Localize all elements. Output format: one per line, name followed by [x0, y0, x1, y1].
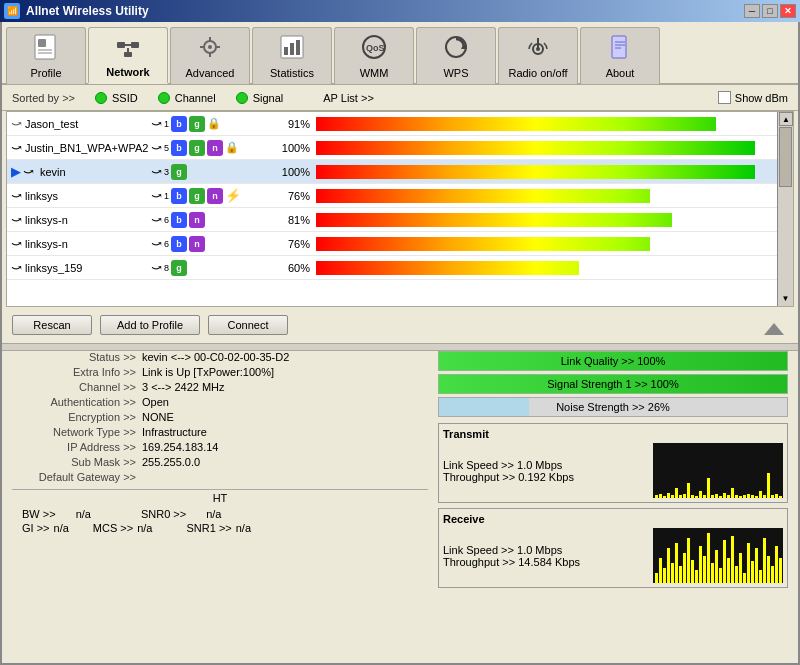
close-button[interactable]: ✕	[780, 4, 796, 18]
band-b-badge: b	[171, 188, 187, 204]
sorted-by-label[interactable]: Sorted by >>	[12, 92, 75, 104]
tx-linkspeed-label: Link Speed >>	[443, 459, 514, 471]
status-row-gateway: Default Gateway >>	[12, 471, 428, 483]
receive-section: Receive Link Speed >> 1.0 Mbps Throughpu…	[438, 508, 788, 588]
tab-about[interactable]: About	[580, 27, 660, 84]
ht-row2: GI >> n/a MCS >> n/a SNR1 >> n/a	[12, 522, 428, 534]
scroll-indicator	[764, 315, 788, 335]
band-n-badge: n	[189, 236, 205, 252]
snr0-value: n/a	[206, 508, 221, 520]
band-n-badge: n	[207, 188, 223, 204]
tab-profile[interactable]: Profile	[6, 27, 86, 84]
svg-rect-35	[671, 495, 674, 498]
signal-radio	[236, 92, 248, 104]
rx-linkspeed-label: Link Speed >>	[443, 544, 514, 556]
svg-rect-43	[703, 495, 706, 498]
ssid-cell: ⤻ linksys	[11, 188, 151, 203]
signal-pct-cell: 76%	[271, 238, 316, 250]
signal-bar-cell	[316, 213, 755, 227]
svg-rect-36	[675, 488, 678, 498]
svg-rect-93	[771, 566, 774, 583]
lock-icon: 🔒	[207, 117, 221, 130]
tab-network[interactable]: Network	[88, 27, 168, 84]
tab-wmm[interactable]: QoS WMM	[334, 27, 414, 84]
rx-linkspeed-value: 1.0 Mbps	[517, 544, 562, 556]
transmit-throughput-row: Throughput >> 0.192 Kbps	[443, 471, 647, 483]
band-b-badge: b	[171, 116, 187, 132]
band-g-badge: g	[171, 260, 187, 276]
snr0-label: SNR0 >>	[141, 508, 186, 520]
show-dbm-container[interactable]: Show dBm	[718, 91, 788, 104]
status-row-enc: Encryption >> NONE	[12, 411, 428, 423]
scroll-up-arrow[interactable]: ▲	[779, 112, 793, 126]
ssid-radio	[95, 92, 107, 104]
svg-rect-70	[679, 566, 682, 583]
channel-cell: ⤻ 3 g	[151, 164, 271, 180]
transmit-section: Transmit Link Speed >> 1.0 Mbps Throughp…	[438, 423, 788, 503]
minimize-button[interactable]: ─	[744, 4, 760, 18]
connect-button[interactable]: Connect	[208, 315, 288, 335]
network-row-selected[interactable]: ▶ ⤻ kevin ⤻ 3 g 100%	[7, 160, 777, 184]
filter-ssid[interactable]: SSID	[95, 92, 138, 104]
show-dbm-checkbox[interactable]	[718, 91, 731, 104]
svg-rect-62	[779, 496, 782, 498]
wps-tab-icon	[442, 33, 470, 65]
tab-radioonoff[interactable]: Radio on/off	[498, 27, 578, 84]
svg-rect-33	[663, 496, 666, 498]
svg-rect-91	[763, 538, 766, 583]
transmit-chart: Max 1.536 Kbps	[653, 443, 783, 498]
status-value: kevin <--> 00-C0-02-00-35-D2	[142, 351, 289, 363]
tx-chart-svg	[653, 443, 783, 498]
table-scrollbar[interactable]: ▲ ▼	[777, 112, 793, 306]
svg-rect-68	[671, 563, 674, 583]
channel-cell: ⤻ 6 b n	[151, 212, 271, 228]
noise-strength-label: Noise Strength >> 26%	[556, 401, 670, 413]
svg-rect-87	[747, 543, 750, 583]
svg-rect-7	[124, 52, 132, 57]
gi-label: GI >>	[22, 522, 50, 534]
scroll-thumb[interactable]	[779, 127, 792, 187]
tab-statistics[interactable]: Statistics	[252, 27, 332, 84]
add-to-profile-button[interactable]: Add to Profile	[100, 315, 200, 335]
show-dbm-label: Show dBm	[735, 92, 788, 104]
snr1-value: n/a	[236, 522, 251, 534]
filter-signal[interactable]: Signal	[236, 92, 284, 104]
svg-rect-57	[759, 491, 762, 498]
tab-wps[interactable]: WPS	[416, 27, 496, 84]
network-row[interactable]: ⤻ linksys_159 ⤻ 8 g 60%	[7, 256, 777, 280]
ht-section: HT BW >> n/a SNR0 >> n/a GI >> n/a MCS >…	[12, 489, 428, 534]
tab-profile-label: Profile	[30, 67, 61, 79]
tx-throughput-value: 0.192 Kbps	[518, 471, 574, 483]
network-row[interactable]: ⤻ Justin_BN1_WPA+WPA2 ⤻ 5 b g n 🔒 100%	[7, 136, 777, 160]
about-tab-icon	[606, 33, 634, 65]
filter-channel[interactable]: Channel	[158, 92, 216, 104]
tab-advanced[interactable]: Advanced	[170, 27, 250, 84]
signal-bar-cell	[316, 189, 755, 203]
svg-rect-51	[735, 495, 738, 498]
network-table: ⤻ Jason_test ⤻ 1 b g 🔒 91%	[7, 112, 777, 280]
ht-title: HT	[12, 489, 428, 504]
ssid-cell: ⤻ linksys_159	[11, 260, 151, 275]
main-window: Profile Network Advanced Statistics QoS …	[0, 22, 800, 665]
receive-info: Link Speed >> 1.0 Mbps Throughput >> 14.…	[443, 544, 647, 568]
rescan-button[interactable]: Rescan	[12, 315, 92, 335]
receive-throughput-row: Throughput >> 14.584 Kbps	[443, 556, 647, 568]
rx-chart-svg	[653, 528, 783, 583]
scroll-down-arrow[interactable]: ▼	[778, 291, 793, 306]
bottom-section: Status >> kevin <--> 00-C0-02-00-35-D2 E…	[2, 351, 798, 594]
network-row[interactable]: ⤻ linksys-n ⤻ 6 b n 76%	[7, 232, 777, 256]
maximize-button[interactable]: □	[762, 4, 778, 18]
auth-value: Open	[142, 396, 169, 408]
signal-bar-cell	[316, 237, 755, 251]
svg-rect-18	[296, 40, 300, 55]
svg-rect-78	[711, 563, 714, 583]
network-row[interactable]: ⤻ linksys-n ⤻ 6 b n 81%	[7, 208, 777, 232]
app-icon: 📶	[4, 3, 20, 19]
signal-pct-cell: 91%	[271, 118, 316, 130]
transmit-row: Link Speed >> 1.0 Mbps Throughput >> 0.1…	[443, 443, 783, 498]
receive-title: Receive	[443, 513, 783, 525]
network-row[interactable]: ⤻ Jason_test ⤻ 1 b g 🔒 91%	[7, 112, 777, 136]
network-row[interactable]: ⤻ linksys ⤻ 1 b g n ⚡ 76%	[7, 184, 777, 208]
tab-statistics-label: Statistics	[270, 67, 314, 79]
ap-list-label: AP List >>	[323, 92, 374, 104]
